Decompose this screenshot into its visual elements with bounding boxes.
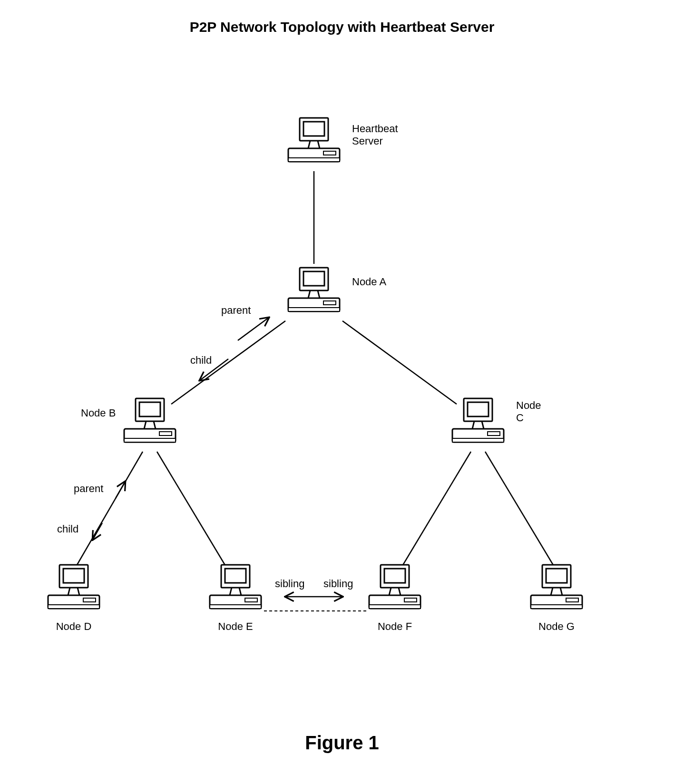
svg-line-40: [239, 588, 241, 595]
label-sibling-left: sibling: [275, 578, 304, 590]
label-sibling-right: sibling: [323, 578, 353, 590]
label-child-bd: child: [57, 523, 78, 535]
svg-rect-13: [323, 301, 336, 305]
svg-line-33: [78, 588, 79, 595]
svg-rect-15: [139, 402, 160, 416]
edge-c-g: [485, 452, 557, 571]
computer-icon: [285, 264, 342, 321]
svg-rect-41: [245, 598, 257, 602]
svg-line-18: [144, 421, 146, 429]
svg-rect-10: [288, 308, 340, 311]
svg-line-46: [389, 588, 391, 595]
svg-rect-45: [369, 605, 420, 609]
computer-icon: [366, 561, 423, 618]
label-parent-bd: parent: [74, 483, 103, 495]
svg-rect-48: [404, 598, 417, 602]
node-b: [121, 395, 178, 454]
svg-line-11: [308, 290, 310, 298]
svg-rect-43: [384, 569, 405, 583]
computer-icon: [207, 561, 264, 618]
svg-rect-24: [452, 438, 504, 442]
svg-line-25: [472, 421, 474, 429]
svg-line-4: [308, 141, 310, 148]
edge-a-b: [171, 321, 285, 404]
label-node-e: Node E: [218, 620, 253, 633]
svg-rect-22: [468, 402, 489, 416]
svg-line-12: [318, 290, 320, 298]
svg-rect-20: [159, 432, 172, 436]
node-e: [207, 561, 264, 620]
svg-line-54: [560, 588, 562, 595]
svg-rect-55: [566, 598, 578, 602]
label-node-a: Node A: [352, 276, 386, 288]
svg-rect-50: [546, 569, 567, 583]
label-parent-ab: parent: [221, 304, 251, 317]
edge-b-d: [74, 452, 143, 571]
computer-icon: [528, 561, 585, 618]
svg-rect-6: [323, 151, 336, 155]
svg-line-19: [154, 421, 156, 429]
label-node-c: Node C: [516, 399, 541, 425]
svg-rect-34: [83, 598, 96, 602]
label-node-f: Node F: [378, 620, 412, 633]
computer-icon: [45, 561, 102, 618]
svg-rect-3: [288, 158, 340, 162]
svg-line-26: [482, 421, 484, 429]
node-g: [528, 561, 585, 620]
node-c: [449, 395, 507, 454]
label-heartbeat: Heartbeat Server: [352, 123, 398, 148]
svg-rect-8: [303, 271, 324, 286]
edge-b-e: [157, 452, 228, 571]
svg-line-5: [318, 141, 320, 148]
node-heartbeat: [285, 114, 342, 173]
svg-rect-17: [124, 438, 176, 442]
computer-icon: [449, 395, 507, 452]
arrow-child-bd: [93, 523, 102, 540]
label-node-g: Node G: [538, 620, 575, 633]
svg-rect-36: [225, 569, 246, 583]
page-container: P2P Network Topology with Heartbeat Serv…: [0, 0, 684, 784]
svg-rect-52: [531, 605, 582, 609]
svg-line-47: [399, 588, 401, 595]
svg-rect-31: [48, 605, 99, 609]
edge-c-f: [400, 452, 471, 571]
computer-icon: [285, 114, 342, 171]
svg-line-53: [551, 588, 553, 595]
node-a: [285, 264, 342, 323]
arrow-parent-bd: [116, 482, 125, 498]
label-node-d: Node D: [56, 620, 92, 633]
svg-line-32: [68, 588, 70, 595]
computer-icon: [121, 395, 178, 452]
svg-line-39: [230, 588, 232, 595]
svg-rect-27: [488, 432, 500, 436]
edge-a-c: [342, 321, 457, 404]
node-f: [366, 561, 423, 620]
svg-rect-1: [303, 122, 324, 136]
node-d: [45, 561, 102, 620]
label-node-b: Node B: [81, 407, 116, 419]
svg-rect-29: [63, 569, 84, 583]
label-child-ab: child: [190, 354, 212, 367]
svg-rect-38: [210, 605, 261, 609]
figure-caption: Figure 1: [0, 732, 684, 754]
